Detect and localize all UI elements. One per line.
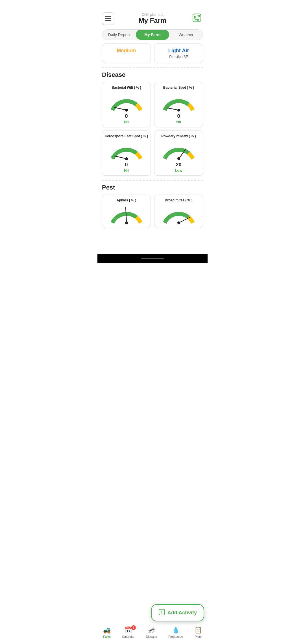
svg-line-1 — [114, 107, 127, 110]
header-subtitle: Chilli plot no.1 — [139, 13, 167, 17]
phone-button[interactable] — [191, 12, 203, 25]
gauge-cercospora: Cercospora Leaf Spot ( % ) 0 Nil — [102, 130, 151, 176]
gauge-bacterial-wilt-status: Nil — [104, 120, 148, 124]
svg-line-9 — [126, 207, 127, 223]
phone-icon — [192, 13, 201, 24]
gauge-cercospora-title: Cercospora Leaf Spot ( % ) — [104, 134, 148, 138]
svg-point-12 — [177, 221, 180, 224]
gauge-cercospora-status: Nil — [104, 168, 148, 173]
tab-my-farm[interactable]: My Farm — [136, 30, 169, 40]
tab-daily-report[interactable]: Daily Report — [102, 30, 136, 40]
info-card-humidity: Medium — [102, 43, 151, 63]
pest-gauge-grid: Aphids ( % ) Broad mites ( % ) — [97, 195, 208, 231]
gauge-aphids-title: Aphids ( % ) — [104, 198, 148, 202]
gauge-bacterial-wilt-value: 0 — [104, 113, 148, 119]
menu-button[interactable] — [102, 12, 114, 25]
wind-direction: Direction:SE — [158, 55, 199, 59]
section-title-pest: Pest — [97, 184, 208, 195]
svg-point-10 — [125, 221, 128, 224]
info-card-wind: Light Air Direction:SE — [154, 43, 203, 63]
gauge-powdery-mildew-status: Low — [157, 168, 201, 173]
gauge-powdery-mildew: Powdery mildew ( % ) 20 Low — [154, 130, 203, 176]
svg-point-8 — [177, 157, 180, 160]
svg-point-4 — [177, 109, 180, 112]
nav-bar-pill — [141, 258, 164, 259]
gauge-broad-mites: Broad mites ( % ) — [154, 195, 203, 228]
svg-point-2 — [125, 109, 128, 112]
info-cards-row: Medium Light Air Direction:SE — [97, 43, 208, 66]
svg-line-11 — [179, 217, 190, 223]
gauge-bacterial-spot-value: 0 — [157, 113, 201, 119]
gauge-bacterial-spot-status: Nil — [157, 120, 201, 124]
disease-gauge-grid: Bacterial Wilt ( % ) 0 Nil Bacterial Spo… — [97, 82, 208, 179]
humidity-value: Medium — [106, 48, 147, 54]
header-title: Chilli plot no.1 My Farm — [139, 13, 167, 25]
gauge-bacterial-wilt-title: Bacterial Wilt ( % ) — [104, 86, 148, 90]
header-main-title: My Farm — [139, 17, 167, 25]
status-bar — [97, 0, 208, 8]
gauge-bacterial-wilt: Bacterial Wilt ( % ) 0 Nil — [102, 82, 151, 127]
gauge-cercospora-value: 0 — [104, 162, 148, 168]
svg-point-6 — [125, 157, 128, 160]
system-nav-bar — [97, 254, 208, 263]
gauge-broad-mites-title: Broad mites ( % ) — [157, 198, 201, 202]
section-title-disease: Disease — [97, 71, 208, 82]
gauge-powdery-mildew-value: 20 — [157, 162, 201, 168]
gauge-aphids: Aphids ( % ) — [102, 195, 151, 228]
svg-line-3 — [167, 108, 179, 110]
wind-value: Light Air — [158, 48, 199, 54]
divider-2 — [102, 180, 203, 180]
svg-line-5 — [114, 156, 127, 159]
divider-1 — [102, 68, 203, 68]
header: Chilli plot no.1 My Farm — [97, 8, 208, 27]
tab-weather[interactable]: Weather — [169, 30, 203, 40]
gauge-bacterial-spot-title: Bacterial Spot ( % ) — [157, 86, 201, 90]
gauge-bacterial-spot: Bacterial Spot ( % ) 0 Nil — [154, 82, 203, 127]
gauge-powdery-mildew-title: Powdery mildew ( % ) — [157, 134, 201, 138]
tab-bar: Daily Report My Farm Weather — [102, 29, 203, 40]
